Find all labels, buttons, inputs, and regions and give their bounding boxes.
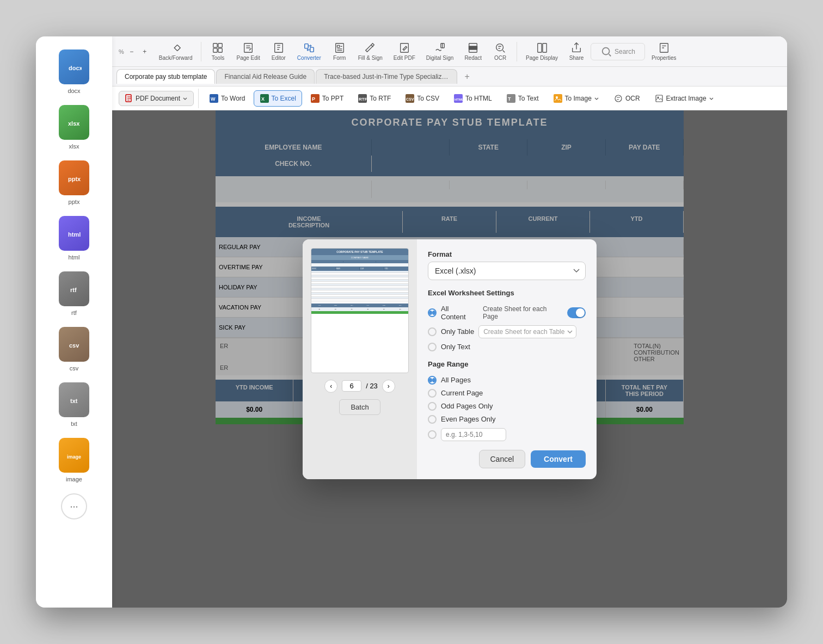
svg-point-34	[603, 47, 610, 54]
all-content-row: All Content Create Sheet for each Page	[428, 305, 586, 321]
create-sheet-table-select[interactable]: Create Sheet for each Table	[478, 325, 576, 338]
create-sheet-toggle[interactable]	[567, 307, 586, 318]
odd-pages-row: Odd Pages Only	[428, 402, 586, 411]
svg-text:txt: txt	[70, 398, 78, 404]
cancel-button[interactable]: Cancel	[479, 450, 526, 468]
tab-trace[interactable]: Trace-based Just-in-Time Type Specializa…	[316, 69, 457, 84]
even-pages-radio[interactable]	[428, 415, 437, 424]
edit-pdf-button[interactable]: Edit PDF	[389, 40, 420, 63]
sidebar-item-xlsx[interactable]: xlsx xlsx	[47, 103, 101, 152]
fill-sign-button[interactable]: Fill & Sign	[354, 40, 387, 63]
image-icon: image	[59, 438, 89, 473]
svg-text:docx: docx	[69, 65, 82, 71]
format-select[interactable]: Excel (.xlsx)	[428, 262, 586, 280]
all-pages-radio[interactable]	[428, 376, 437, 385]
separator-2	[517, 42, 517, 61]
custom-range-radio[interactable]	[428, 430, 437, 439]
zoom-percent: %	[119, 48, 124, 55]
svg-text:RTF: RTF	[359, 97, 367, 102]
pdf-document-button[interactable]: PDF Document	[119, 91, 194, 106]
redact-label: Redact	[464, 55, 482, 61]
to-html-button[interactable]: HTML To HTML	[447, 90, 498, 107]
app-window: docx docx xlsx xlsx pptx pptx html html	[36, 36, 787, 608]
sidebar-item-image[interactable]: image image	[47, 436, 101, 485]
current-page-radio[interactable]	[428, 389, 437, 398]
to-text-label: To Text	[518, 95, 539, 102]
zoom-plus-button[interactable]: +	[139, 46, 150, 57]
separator-1	[201, 42, 201, 61]
convert-separator-1	[198, 89, 199, 108]
to-text-button[interactable]: T To Text	[500, 90, 545, 107]
to-image-button[interactable]: To Image	[547, 90, 605, 107]
ocr-convert-button[interactable]: OCR	[607, 90, 646, 107]
create-sheet-page-label: Create Sheet for each Page	[483, 305, 561, 320]
extract-image-button[interactable]: Extract Image	[648, 90, 720, 107]
tools-label: Tools	[212, 55, 224, 61]
svg-text:html: html	[68, 231, 81, 238]
sidebar-item-xlsx-label: xlsx	[69, 143, 79, 150]
redact-button[interactable]: Redact	[460, 40, 486, 63]
sidebar-item-html[interactable]: html html	[47, 214, 101, 263]
svg-rect-32	[542, 44, 546, 53]
tab-financial-aid[interactable]: Financial Aid Release Guide	[216, 69, 315, 84]
modal-overlay: CORPORATE PAY STUB TEMPLATE COMPANY NAME…	[112, 110, 787, 608]
batch-button[interactable]: Batch	[339, 399, 380, 415]
svg-rect-56	[656, 95, 662, 102]
add-tab-button[interactable]: +	[460, 70, 474, 83]
sidebar-more-button[interactable]: ···	[61, 493, 87, 519]
tools-button[interactable]: Tools	[206, 40, 230, 63]
to-excel-button[interactable]: X To Excel	[254, 90, 302, 107]
only-text-radio[interactable]	[428, 343, 437, 351]
sidebar-item-csv[interactable]: csv csv	[47, 325, 101, 374]
modal-settings-pane: Format Excel (.xlsx) Excel Worksheet Set…	[417, 239, 597, 479]
preview-image: CORPORATE PAY STUB TEMPLATE COMPANY NAME…	[311, 248, 409, 373]
page-display-button[interactable]: Page Display	[521, 40, 562, 63]
only-table-radio[interactable]	[428, 327, 437, 336]
svg-rect-20	[337, 45, 340, 47]
worksheet-section-title: Excel Worksheet Settings	[428, 289, 586, 297]
all-content-radio[interactable]	[428, 308, 437, 317]
properties-button[interactable]: Properties	[647, 40, 681, 63]
to-rtf-button[interactable]: RTF To RTF	[352, 90, 397, 107]
odd-pages-radio[interactable]	[428, 402, 437, 411]
to-ppt-button[interactable]: P To PPT	[304, 90, 349, 107]
page-range-section: Page Range All Pages Current Page	[428, 360, 586, 441]
zoom-minus-button[interactable]: −	[126, 46, 137, 57]
sidebar-item-txt[interactable]: txt txt	[47, 380, 101, 429]
digital-sign-button[interactable]: Digital Sign	[422, 40, 458, 63]
sidebar: docx docx xlsx xlsx pptx pptx html html	[36, 36, 112, 608]
txt-icon: txt	[59, 382, 89, 417]
to-csv-button[interactable]: CSV To CSV	[399, 90, 445, 107]
to-word-button[interactable]: W To Word	[203, 90, 251, 107]
search-toolbar-button[interactable]: Search	[591, 43, 645, 60]
page-number-input[interactable]	[342, 380, 361, 392]
only-table-row: Only Table Create Sheet for each Table	[428, 325, 586, 338]
custom-range-input[interactable]	[441, 428, 506, 441]
svg-text:pptx: pptx	[68, 176, 81, 182]
all-content-label: All Content	[441, 305, 474, 321]
sidebar-item-pptx[interactable]: pptx pptx	[47, 158, 101, 207]
sidebar-item-rtf[interactable]: rtf rtf	[47, 269, 101, 318]
converter-button[interactable]: Converter	[293, 40, 325, 63]
svg-rect-12	[218, 48, 222, 52]
csv-icon: csv	[59, 327, 89, 362]
tab-corporate[interactable]: Corporate pay stub template	[116, 69, 215, 84]
edit-pdf-label: Edit PDF	[394, 55, 415, 61]
svg-rect-18	[310, 47, 314, 52]
next-page-button[interactable]: ›	[382, 380, 395, 393]
sidebar-item-docx[interactable]: docx docx	[47, 47, 101, 96]
more-icon: ···	[70, 501, 78, 512]
page-edit-button[interactable]: Page Edit	[232, 40, 264, 63]
to-word-label: To Word	[221, 95, 245, 102]
editor-button[interactable]: Editor	[267, 40, 291, 63]
prev-page-button[interactable]: ‹	[324, 380, 337, 393]
form-button[interactable]: Form	[328, 40, 352, 63]
all-pages-row: All Pages	[428, 376, 586, 385]
even-pages-row: Even Pages Only	[428, 415, 586, 424]
format-section-title: Format	[428, 250, 586, 258]
back-forward-button[interactable]: Back/Forward	[155, 40, 197, 63]
ocr-toolbar-button[interactable]: OCR	[488, 40, 512, 63]
convert-action-button[interactable]: Convert	[531, 450, 586, 468]
rtf-icon-convert: RTF	[358, 94, 367, 103]
share-button[interactable]: Share	[564, 40, 588, 63]
